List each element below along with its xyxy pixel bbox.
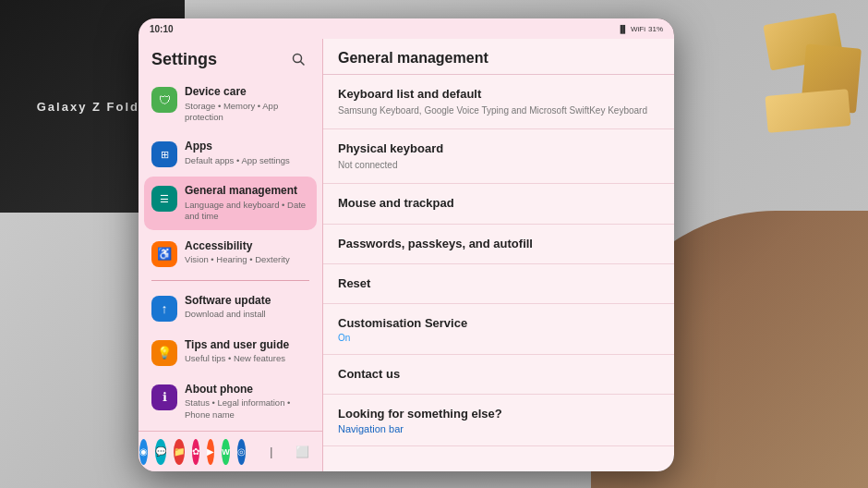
reset-title: Reset bbox=[338, 275, 659, 292]
right-panel-list: Keyboard list and default Samsung Keyboa… bbox=[323, 75, 674, 471]
accessibility-icon: ♿ bbox=[151, 241, 177, 267]
device-care-icon: 🛡 bbox=[151, 87, 177, 113]
about-phone-subtitle: Status • Legal information • Phone name bbox=[185, 397, 309, 421]
settings-list: 🛡 Device care Storage • Memory • App pro… bbox=[139, 78, 322, 431]
status-time: 10:10 bbox=[150, 24, 174, 34]
signal-icon: ▐▌ bbox=[618, 25, 628, 33]
sidebar-item-software-update[interactable]: ↑ Software update Download and install bbox=[144, 287, 317, 329]
mouse-title: Mouse and trackpad bbox=[338, 195, 659, 212]
right-item-keyboard[interactable]: Keyboard list and default Samsung Keyboa… bbox=[323, 75, 674, 129]
general-management-panel: General management Keyboard list and def… bbox=[323, 39, 674, 471]
sidebar-item-apps[interactable]: ⊞ Apps Default apps • App settings bbox=[144, 132, 317, 175]
dock-files[interactable]: 📁 bbox=[174, 439, 185, 465]
right-item-reset[interactable]: Reset bbox=[323, 264, 674, 304]
contact-title: Contact us bbox=[338, 366, 659, 383]
dock-contacts[interactable]: ◉ bbox=[139, 439, 148, 465]
nav-home[interactable]: ⬜ bbox=[294, 443, 312, 461]
physical-keyboard-title: Physical keyboard bbox=[338, 140, 659, 157]
settings-left-panel: Settings 🛡 Device care Storage • Memory … bbox=[139, 39, 323, 471]
device-care-title: Device care bbox=[185, 85, 309, 100]
battery-indicator: 31% bbox=[648, 25, 663, 33]
passwords-title: Passwords, passkeys, and autofill bbox=[338, 236, 659, 252]
accessibility-subtitle: Vision • Hearing • Dexterity bbox=[185, 254, 309, 265]
right-panel-header: General management bbox=[323, 39, 674, 75]
status-icons: ▐▌ WiFi 31% bbox=[618, 25, 663, 33]
nav-back[interactable]: | bbox=[262, 443, 281, 461]
general-management-icon: ☰ bbox=[151, 186, 177, 212]
sidebar-item-general-management[interactable]: ☰ General management Language and keyboa… bbox=[144, 177, 317, 229]
about-phone-icon: ℹ bbox=[151, 384, 177, 410]
right-item-looking[interactable]: Looking for something else? Navigation b… bbox=[323, 395, 674, 445]
right-panel-title: General management bbox=[338, 50, 659, 67]
software-update-icon: ↑ bbox=[151, 296, 177, 322]
apps-title: Apps bbox=[185, 140, 309, 154]
device-care-subtitle: Storage • Memory • App protection bbox=[185, 101, 309, 124]
accessibility-title: Accessibility bbox=[185, 239, 309, 254]
nav-buttons: | ⬜ ▭ bbox=[262, 443, 323, 461]
status-bar: 10:10 ▐▌ WiFi 31% bbox=[139, 18, 674, 39]
software-update-subtitle: Download and install bbox=[185, 309, 309, 320]
keyboard-title: Keyboard list and default bbox=[338, 86, 659, 103]
sidebar-item-about-phone[interactable]: ℹ About phone Status • Legal information… bbox=[144, 375, 317, 428]
customisation-title: Customisation Service bbox=[338, 315, 659, 332]
right-item-mouse[interactable]: Mouse and trackpad bbox=[323, 184, 674, 224]
phone-device: 10:10 ▐▌ WiFi 31% Settings bbox=[139, 18, 674, 471]
keyboard-subtitle: Samsung Keyboard, Google Voice Typing an… bbox=[338, 104, 659, 117]
sidebar-item-accessibility[interactable]: ♿ Accessibility Vision • Hearing • Dexte… bbox=[144, 232, 317, 274]
dock-youtube[interactable]: ▶ bbox=[207, 439, 214, 465]
dock-whatsapp[interactable]: W bbox=[222, 439, 230, 465]
general-management-title: General management bbox=[185, 184, 309, 199]
tips-subtitle: Useful tips • New features bbox=[185, 353, 309, 364]
apps-icon: ⊞ bbox=[151, 141, 177, 167]
right-item-physical-keyboard[interactable]: Physical keyboard Not connected bbox=[323, 129, 674, 184]
dock-app8[interactable]: ◎ bbox=[237, 439, 246, 465]
about-phone-title: About phone bbox=[185, 383, 309, 397]
apps-subtitle: Default apps • App settings bbox=[185, 155, 309, 166]
right-item-passwords[interactable]: Passwords, passkeys, and autofill bbox=[323, 225, 674, 264]
main-area: Settings 🛡 Device care Storage • Memory … bbox=[139, 39, 674, 471]
sidebar-item-tips[interactable]: 💡 Tips and user guide Useful tips • New … bbox=[144, 331, 317, 373]
customisation-value: On bbox=[338, 333, 659, 343]
settings-title: Settings bbox=[151, 50, 217, 69]
right-item-contact[interactable]: Contact us bbox=[323, 355, 674, 395]
box-label: Galaxy Z Fold6 bbox=[37, 100, 148, 114]
svg-line-1 bbox=[301, 62, 305, 66]
wifi-icon: WiFi bbox=[631, 25, 645, 33]
tips-title: Tips and user guide bbox=[185, 338, 309, 353]
software-update-title: Software update bbox=[185, 294, 309, 309]
wooden-blocks bbox=[720, 0, 868, 166]
physical-keyboard-subtitle: Not connected bbox=[338, 159, 659, 172]
looking-title: Looking for something else? bbox=[338, 406, 659, 422]
navigation-bar-link[interactable]: Navigation bar bbox=[338, 423, 659, 434]
tips-icon: 💡 bbox=[151, 340, 177, 366]
divider-1 bbox=[151, 280, 309, 281]
search-button[interactable] bbox=[287, 48, 309, 70]
right-item-customisation[interactable]: Customisation Service On bbox=[323, 304, 674, 355]
dock-app5[interactable]: ✿ bbox=[192, 439, 199, 465]
settings-header: Settings bbox=[139, 39, 322, 78]
app-dock: 📞 ◉ 💬 📁 ✿ ▶ W ◎ | ⬜ ▭ bbox=[139, 431, 322, 471]
dock-messages[interactable]: 💬 bbox=[155, 439, 166, 465]
sidebar-item-device-care[interactable]: 🛡 Device care Storage • Memory • App pro… bbox=[144, 78, 317, 130]
general-management-subtitle: Language and keyboard • Date and time bbox=[185, 200, 309, 223]
block-3 bbox=[765, 89, 850, 133]
